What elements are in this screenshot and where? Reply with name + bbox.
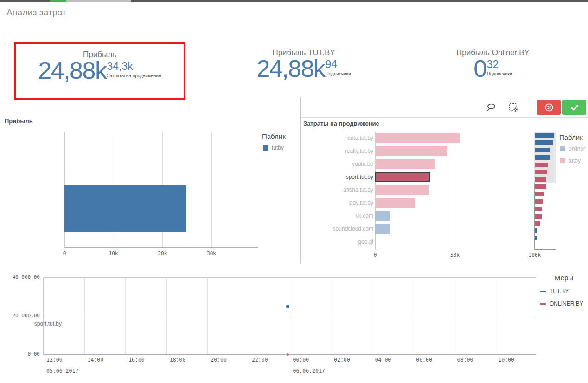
x-axis-tick-label: 10k (100, 251, 128, 257)
category-label[interactable]: lady.tut.by (303, 200, 373, 206)
legend-title: Паблик (559, 133, 583, 141)
x-axis-line (375, 249, 539, 249)
y-axis-tick-label: 0,00 (3, 351, 40, 357)
strip-progress (50, 0, 66, 2)
bar-auto.tut.by[interactable] (375, 133, 460, 143)
kpi-secondary-label: Затраты на продвижение (107, 73, 161, 78)
legend-label: onliner (569, 145, 585, 152)
gridline (125, 277, 126, 354)
kpi-main-value: 0 (473, 58, 486, 80)
minimap-bar (535, 192, 544, 196)
legend-swatch (560, 146, 565, 151)
bar-afisha.tut.by[interactable] (375, 185, 429, 195)
category-label[interactable]: soundcloud.com (303, 226, 373, 232)
x-axis-tick-label: 04:00 (375, 357, 391, 363)
legend-swatch (263, 145, 268, 151)
x-axis-tick-label: 08:00 (457, 357, 473, 363)
data-point-ONLINER.BY[interactable] (287, 353, 289, 356)
kpi-card-2[interactable]: Прибыль TUT.BY24,88k94Подписчики (218, 42, 390, 100)
gridline (372, 277, 372, 354)
qlik-dashboard: Анализ затрат Прибыль24,88k34,3kЗатраты … (0, 0, 588, 383)
kpi-secondary: 32Подписчики (487, 59, 512, 76)
bar-soundcloud.com[interactable] (375, 224, 390, 234)
bar-lady.tut.by[interactable] (375, 198, 415, 208)
costs-plot-area (375, 132, 539, 249)
legend-line-swatch (540, 303, 546, 305)
kpi-card-1[interactable]: Прибыль24,88k34,3kЗатраты на продвижение (14, 42, 185, 100)
bar-sport.tut.by[interactable] (64, 185, 186, 232)
legend-item-tutby[interactable]: tutby (560, 157, 581, 164)
x-axis-tick-label: 100k (521, 252, 549, 258)
profit-plot-area (64, 132, 258, 248)
bar-sport.tut.by[interactable] (375, 172, 430, 182)
category-label[interactable]: youtu.be (303, 161, 373, 167)
kpi-value-row: 24,88k94Подписчики (256, 58, 351, 80)
minimap-bar (535, 228, 537, 233)
kpi-card-3[interactable]: Прибыль Onliner.BY032Подписчики (407, 42, 579, 100)
category-label[interactable]: auto.tut.by (303, 135, 373, 141)
x-axis-tick-label: 18:00 (170, 357, 186, 363)
confirm-selection-button[interactable] (562, 100, 586, 115)
category-label[interactable]: realty.tut.by (303, 148, 373, 154)
minimap-bar (535, 199, 543, 204)
gridline (258, 132, 258, 248)
minimap-bar (535, 184, 546, 189)
category-label[interactable]: sport.tut.by (303, 174, 373, 180)
chart-title: Затраты на продвижение (303, 120, 379, 127)
bar-youtu.be[interactable] (375, 159, 435, 169)
legend-item-TUT.BY[interactable]: TUT.BY (540, 288, 588, 295)
minimap-bar (535, 155, 550, 160)
page-title: Анализ затрат (6, 7, 66, 18)
cancel-selection-button[interactable] (537, 100, 561, 115)
x-axis-tick-label: 12:00 (46, 357, 63, 363)
kpi-value-row: 24,88k34,3kЗатраты на продвижение (38, 60, 161, 82)
category-label[interactable]: afisha.tut.by (303, 187, 373, 193)
gridline (455, 132, 455, 249)
minimap-bar (535, 163, 548, 167)
date-label: 05.06.2017 (46, 368, 78, 374)
x-axis-tick-label: 02:00 (334, 357, 350, 363)
legend-label: ONLINER.BY (550, 301, 583, 307)
sheet-header: Анализ затрат (6, 7, 66, 18)
gridline (211, 132, 212, 248)
kpi-secondary-value: 34,3k (107, 61, 133, 72)
cancel-circle-x-icon (543, 102, 555, 113)
x-axis-tick-label: 10:00 (498, 357, 514, 363)
bar-vk.com[interactable] (375, 211, 390, 221)
kpi-secondary-value: 94 (326, 59, 338, 70)
lasso-icon[interactable] (486, 102, 497, 113)
legend-label: tutby (272, 144, 284, 151)
category-label[interactable]: goo.gl (303, 239, 373, 245)
browser-strip (0, 0, 588, 2)
gridline (84, 277, 85, 354)
measures-timeline-chart: 40 000,0020 000,000,0012:0014:0016:0018:… (0, 271, 588, 383)
minimap-bar (535, 221, 540, 226)
bar-realty.tut.by[interactable] (375, 146, 447, 156)
x-axis-tick-label: 14:00 (88, 357, 104, 363)
gridline (454, 277, 454, 354)
toolbar-separator (301, 117, 588, 118)
scroll-minimap[interactable] (534, 132, 556, 249)
legend-swatch (560, 158, 565, 163)
minimap-bar (535, 140, 553, 145)
legend-item-onliner[interactable]: onliner (560, 145, 585, 152)
legend-label: tutby (569, 157, 581, 164)
x-axis-tick-label: 16:00 (128, 357, 145, 363)
minimap-bar (535, 133, 554, 138)
x-axis-tick-label: 06:00 (416, 357, 432, 363)
kpi-title: Прибыль Onliner.BY (456, 48, 530, 57)
clear-selection-icon[interactable] (508, 102, 519, 113)
gridline (495, 277, 495, 354)
gridline (413, 277, 413, 354)
profit-bar-chart: Прибыль 010k20k30ksport.tut.byПабликtutb… (0, 115, 300, 269)
minimap-bar (535, 207, 542, 211)
legend-item-tutby[interactable]: tutby (263, 144, 284, 151)
toolbar-divider (530, 100, 530, 114)
legend-item-ONLINER.BY[interactable]: ONLINER.BY (540, 301, 588, 307)
category-label[interactable]: vk.com (303, 213, 373, 219)
x-axis-line (64, 247, 258, 248)
kpi-secondary: 94Подписчики (326, 59, 351, 76)
kpi-main-value: 24,88k (38, 60, 106, 82)
kpi-secondary-label: Подписчики (487, 71, 512, 76)
x-axis-tick-label: 20:00 (211, 357, 227, 363)
